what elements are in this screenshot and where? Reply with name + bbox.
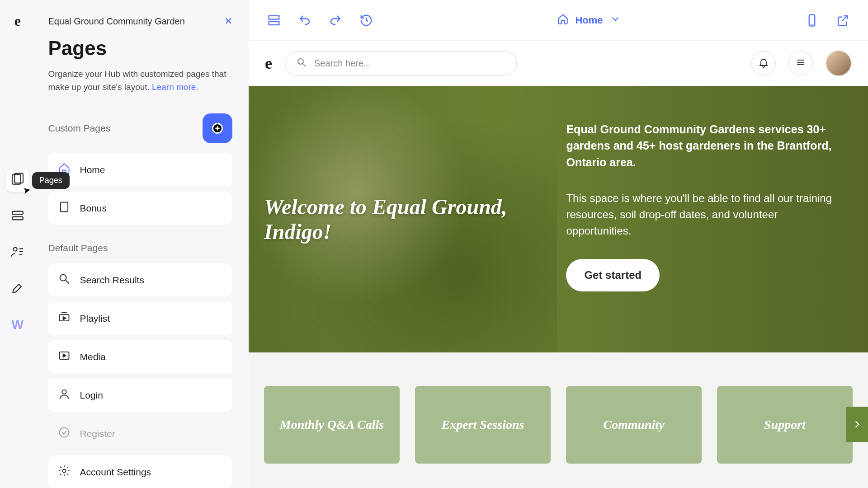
- user-icon: [58, 388, 71, 403]
- svg-line-30: [842, 16, 847, 21]
- page-selector[interactable]: Home: [557, 13, 621, 28]
- custom-pages-label: Custom Pages: [48, 123, 110, 134]
- page-item-login[interactable]: Login: [48, 379, 232, 412]
- check-icon: [58, 426, 71, 441]
- svg-point-21: [63, 469, 66, 473]
- main-area: Home e Search here... Welcom: [249, 0, 868, 488]
- svg-point-4: [13, 248, 17, 251]
- svg-rect-2: [12, 211, 23, 215]
- undo-button[interactable]: [296, 11, 314, 29]
- menu-icon: [795, 57, 806, 70]
- nav-people[interactable]: [6, 241, 29, 264]
- page-label: Media: [80, 352, 105, 362]
- media-icon: [58, 349, 71, 364]
- mobile-preview-button[interactable]: [803, 11, 821, 29]
- svg-point-12: [60, 275, 66, 281]
- scroll-next-button[interactable]: [846, 407, 868, 442]
- panel-title: Pages: [48, 37, 232, 60]
- gear-icon: [58, 465, 71, 479]
- open-external-button[interactable]: [834, 11, 852, 29]
- page-label: Search Results: [80, 275, 144, 286]
- svg-point-31: [298, 59, 303, 64]
- svg-rect-3: [12, 217, 23, 220]
- page-label: Playlist: [80, 313, 110, 324]
- project-name: Equal Ground Community Garden: [48, 16, 184, 27]
- page-item-register[interactable]: Register: [48, 417, 232, 450]
- icon-rail: e Pages ➤ W: [0, 0, 35, 488]
- page-label: Account Settings: [80, 467, 151, 478]
- card-item[interactable]: Expert Sessions: [415, 386, 551, 464]
- playlist-icon: [58, 311, 71, 326]
- nav-rows[interactable]: [6, 205, 29, 228]
- svg-line-32: [303, 64, 306, 66]
- svg-point-19: [62, 390, 66, 394]
- cta-button[interactable]: Get started: [566, 259, 660, 291]
- bell-icon: [758, 57, 769, 70]
- avatar[interactable]: [826, 50, 852, 76]
- svg-rect-11: [61, 202, 68, 212]
- rows-icon: [10, 208, 25, 225]
- page-selector-label: Home: [575, 14, 603, 26]
- svg-rect-24: [269, 16, 279, 19]
- page-label: Bonus: [80, 203, 107, 214]
- redo-button[interactable]: [326, 11, 344, 29]
- cards-row: Monthly Q&A Calls Expert Sessions Commun…: [249, 352, 868, 477]
- menu-button[interactable]: [788, 51, 813, 75]
- page-item-playlist[interactable]: Playlist: [48, 302, 232, 335]
- site-logo: e: [265, 54, 272, 73]
- home-icon: [557, 13, 569, 28]
- brush-icon: [10, 281, 25, 297]
- tooltip: Pages: [32, 172, 70, 189]
- page-item-search-results[interactable]: Search Results: [48, 263, 232, 296]
- w-icon: W: [12, 318, 24, 332]
- nav-design[interactable]: [6, 277, 29, 300]
- card-item[interactable]: Community: [566, 386, 702, 464]
- svg-marker-16: [63, 317, 66, 320]
- history-button[interactable]: [357, 11, 375, 29]
- page-icon: [58, 201, 71, 216]
- app-logo: e: [14, 13, 21, 29]
- page-item-home[interactable]: Home: [48, 153, 232, 186]
- layout-button[interactable]: [265, 11, 283, 29]
- default-pages-label: Default Pages: [48, 243, 232, 253]
- people-icon: [10, 244, 25, 261]
- card-item[interactable]: Monthly Q&A Calls: [264, 386, 400, 464]
- search-input[interactable]: Search here...: [285, 51, 517, 75]
- page-item-account-settings[interactable]: Account Settings: [48, 455, 232, 488]
- nav-w[interactable]: W: [6, 313, 29, 337]
- page-label: Login: [80, 390, 103, 401]
- panel-description: Organize your Hub with customized pages …: [48, 68, 232, 94]
- chevron-down-icon: [609, 13, 621, 28]
- cursor-icon: ➤: [22, 184, 32, 197]
- hero-subtitle: Equal Ground Community Gardens services …: [566, 121, 845, 170]
- close-panel-button[interactable]: ✕: [224, 15, 232, 27]
- search-icon: [58, 272, 71, 287]
- svg-line-13: [66, 281, 69, 284]
- page-item-media[interactable]: Media: [48, 340, 232, 373]
- side-panel: Equal Ground Community Garden ✕ Pages Or…: [35, 0, 249, 488]
- notifications-button[interactable]: [751, 51, 776, 75]
- page-item-bonus[interactable]: Bonus: [48, 192, 232, 225]
- preview-canvas: e Search here... Welcome to Equal Ground…: [249, 41, 868, 488]
- hero-description: This space is where you'll be able to fi…: [566, 190, 845, 239]
- search-placeholder: Search here...: [314, 58, 371, 69]
- page-label: Home: [80, 164, 105, 175]
- svg-marker-18: [63, 354, 66, 357]
- hero: Welcome to Equal Ground, Indigo! Equal G…: [249, 86, 868, 352]
- card-item[interactable]: Support: [717, 386, 853, 464]
- svg-line-27: [366, 20, 368, 22]
- svg-point-20: [60, 428, 69, 437]
- svg-rect-25: [269, 21, 279, 25]
- preview-header: e Search here...: [249, 41, 868, 86]
- hero-title: Welcome to Equal Ground, Indigo!: [264, 194, 557, 244]
- topbar: Home: [249, 0, 868, 41]
- nav-pages[interactable]: Pages ➤: [6, 169, 29, 192]
- search-icon: [296, 57, 307, 70]
- add-page-button[interactable]: [203, 113, 232, 143]
- page-label: Register: [80, 428, 115, 439]
- learn-more-link[interactable]: Learn more.: [152, 82, 198, 92]
